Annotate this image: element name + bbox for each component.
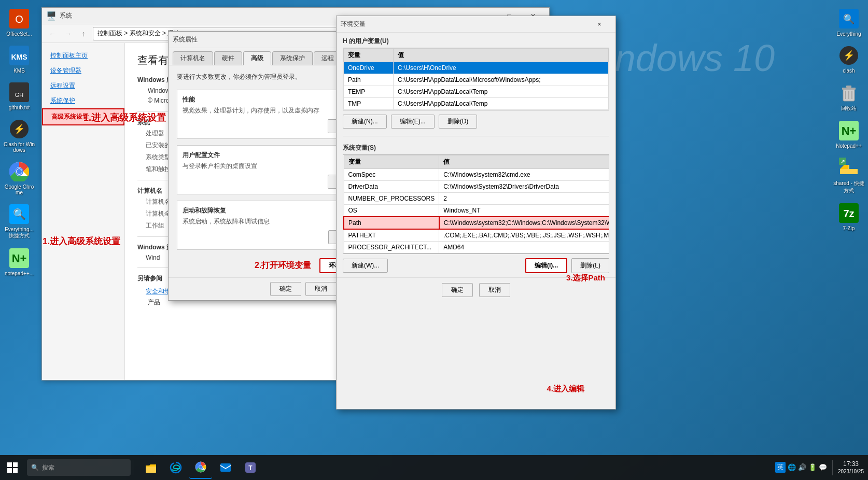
start-button[interactable] — [0, 455, 25, 480]
desktop-icon-github[interactable]: GH github.txt — [1, 79, 38, 114]
envVars-titlebar[interactable]: 环境变量 × — [337, 16, 615, 33]
user-var-row-2[interactable]: TEMP C:\Users\H\AppData\Local\Temp — [344, 86, 609, 98]
tab-system-protection[interactable]: 系统保护 — [272, 51, 313, 65]
tab-hardware[interactable]: 硬件 — [214, 51, 242, 65]
sys-var-row-1[interactable]: DriverData C:\Windows\System32\Drivers\D… — [344, 181, 609, 193]
sys-vars-table-container: 变量 值 ComSpec C:\Windows\system32\cmd.exe… — [343, 154, 609, 254]
nav-system-protection[interactable]: 系统保护 — [42, 93, 124, 108]
officesetup-icon: O — [9, 8, 30, 29]
sys-var-row-4-path[interactable]: Path C:\Windows\system32;C:\Windows;C:\W… — [344, 217, 609, 229]
notepadpp-right-icon: N+ — [838, 120, 859, 141]
everything-shortcut-label: Everything... 快捷方式 — [3, 227, 36, 239]
envVars-ok-button[interactable]: 确定 — [442, 283, 473, 297]
up-button[interactable]: ↑ — [77, 27, 90, 40]
desktop: Windows 10 O OfficeSet... KMS KMS — [0, 0, 868, 480]
envVars-cancel-button[interactable]: 取消 — [479, 283, 510, 297]
sys-delete-button[interactable]: 删除(L) — [571, 258, 609, 273]
taskbar-app-teams[interactable]: T — [239, 456, 262, 479]
sys-var-row-6[interactable]: PROCESSOR_ARCHITECT... AMD64 — [344, 242, 609, 253]
tray-datetime[interactable]: 17:33 2023/10/25 — [838, 460, 864, 476]
sys-var-3-name: OS — [344, 205, 439, 217]
sys-edit-button-highlighted[interactable]: 编辑(I)... — [525, 258, 567, 273]
envVars-close-button[interactable]: × — [587, 16, 611, 33]
user-var-row-3[interactable]: TMP C:\Users\H\AppData\Local\Temp — [344, 98, 609, 110]
sound-icon[interactable]: 🔊 — [798, 463, 806, 471]
sys-vars-title: 系统变量(S) — [337, 139, 615, 154]
user-delete-button[interactable]: 删除(D) — [439, 115, 478, 129]
svg-text:7z: 7z — [843, 208, 854, 219]
desktop-icons-right: 🔍 Everything ⚡ clash — [830, 0, 868, 234]
user-vars-col-var: 变量 — [344, 49, 394, 62]
notepadpp-right-label: Notepad++ — [836, 143, 862, 149]
network-icon[interactable]: 🌐 — [788, 463, 796, 471]
user-edit-button[interactable]: 编辑(E)... — [391, 115, 435, 129]
sys-var-5-name: PATHEXT — [344, 229, 439, 242]
forward-button[interactable]: → — [62, 27, 74, 40]
chrome-icon — [9, 161, 30, 182]
desktop-icon-kms[interactable]: KMS KMS — [1, 42, 38, 77]
taskbar-search-placeholder: 搜索 — [42, 463, 54, 472]
user-var-row-0[interactable]: OneDrive C:\Users\H\OneDrive — [344, 62, 609, 74]
taskbar-search[interactable]: 🔍 搜索 — [27, 459, 131, 476]
tray-icons: 英 🌐 🔊 🔋 💬 — [775, 462, 827, 473]
desktop-icon-everything-right[interactable]: 🔍 Everything — [830, 5, 867, 40]
clash-windows-icon: ⚡ — [9, 119, 30, 139]
tab-computer-name[interactable]: 计算机名 — [173, 51, 213, 65]
desktop-icon-clash-right[interactable]: ⚡ clash — [830, 42, 867, 77]
desktop-icon-recycle-bin[interactable]: 回收站 — [830, 79, 867, 115]
sys-vars-col-var: 变量 — [344, 156, 439, 169]
desktop-icon-7zip[interactable]: 7z 7-Zip — [830, 200, 867, 234]
taskbar: 🔍 搜索 — [0, 455, 868, 480]
taskbar-search-icon: 🔍 — [31, 464, 39, 471]
notification-icon[interactable]: 💬 — [819, 463, 827, 471]
sys-var-row-5[interactable]: PATHEXT .COM;.EXE;.BAT;.CMD;.VBS;.VBE;.J… — [344, 229, 609, 242]
sysProps-ok-button[interactable]: 确定 — [270, 282, 301, 296]
svg-rect-34 — [7, 468, 12, 473]
tab-advanced[interactable]: 高级 — [243, 51, 271, 65]
teams-icon: T — [244, 461, 257, 474]
github-label: github.txt — [9, 105, 30, 110]
desktop-icon-clash-windows[interactable]: ⚡ Clash for Windows — [1, 116, 38, 156]
taskbar-app-chrome[interactable] — [189, 456, 212, 479]
sys-var-row-0[interactable]: ComSpec C:\Windows\system32\cmd.exe — [344, 169, 609, 181]
user-vars-buttons: 新建(N)... 编辑(E)... 删除(D) — [337, 110, 615, 133]
desktop-icon-shared[interactable]: ↗ shared - 快捷方式 — [830, 154, 867, 197]
battery-icon[interactable]: 🔋 — [808, 463, 817, 471]
desktop-icon-notepadpp[interactable]: N+ notepad++... — [1, 245, 38, 279]
desktop-icon-notepadpp-right[interactable]: N+ Notepad++ — [830, 117, 867, 152]
svg-text:↗: ↗ — [841, 159, 845, 164]
nav-device-manager[interactable]: 设备管理器 — [42, 63, 124, 78]
desktop-icon-everything-shortcut[interactable]: 🔍 Everything... 快捷方式 — [1, 201, 38, 243]
sysProps-title: 系统属性 — [173, 35, 333, 44]
user-new-button[interactable]: 新建(N)... — [343, 115, 387, 129]
taskbar-app-explorer[interactable] — [139, 456, 162, 479]
keyboard-layout-icon[interactable]: 英 — [775, 462, 786, 473]
sys-var-4-name: Path — [344, 217, 439, 229]
sys-var-row-3[interactable]: OS Windows_NT — [344, 205, 609, 217]
sys-vars-col-val: 值 — [439, 156, 609, 169]
nav-control-panel-home[interactable]: 控制面板主页 — [42, 48, 124, 63]
recycle-bin-label: 回收站 — [841, 105, 857, 112]
svg-rect-22 — [846, 86, 851, 88]
svg-text:KMS: KMS — [11, 53, 27, 61]
annotation-step4: 4.进入编辑 — [547, 384, 584, 394]
env-section-divider — [343, 136, 609, 136]
taskbar-app-edge[interactable] — [164, 456, 187, 479]
nav-remote-settings[interactable]: 远程设置 — [42, 78, 124, 93]
sys-new-button[interactable]: 新建(W)... — [343, 259, 388, 273]
svg-text:O: O — [15, 13, 23, 25]
user-var-row-1[interactable]: Path C:\Users\H\AppData\Local\Microsoft\… — [344, 74, 609, 86]
sys-var-row-2[interactable]: NUMBER_OF_PROCESSORS 2 — [344, 193, 609, 205]
svg-text:GH: GH — [15, 92, 24, 98]
svg-rect-35 — [13, 468, 18, 473]
desktop-icons-left: O OfficeSet... KMS KMS GH github.txt — [0, 0, 38, 455]
back-button[interactable]: ← — [46, 27, 59, 40]
user-var-2-val: C:\Users\H\AppData\Local\Temp — [394, 86, 609, 98]
desktop-icon-chrome[interactable]: Google Chrome — [1, 158, 38, 199]
taskbar-app-outlook[interactable] — [214, 456, 237, 479]
sysProps-cancel-button[interactable]: 取消 — [305, 282, 337, 296]
outlook-icon — [219, 461, 232, 474]
desktop-icon-officesetup[interactable]: O OfficeSet... — [1, 5, 38, 40]
system-title-icon: 🖥️ — [46, 11, 57, 21]
sys-var-0-val: C:\Windows\system32\cmd.exe — [439, 169, 609, 181]
